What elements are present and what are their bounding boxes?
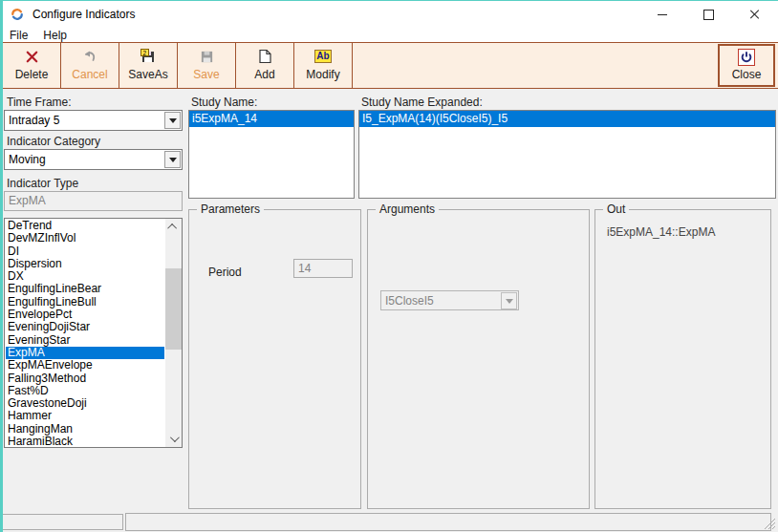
scroll-down-icon[interactable] — [165, 431, 182, 447]
rename-ab-icon: Ab — [314, 48, 332, 65]
undo-arrow-icon — [82, 48, 97, 65]
period-label: Period — [208, 266, 242, 279]
window-top-border — [0, 0, 778, 1]
study-name-list: i5ExpMA_14 — [188, 110, 355, 199]
status-panel-right — [125, 513, 771, 531]
configure-indicators-window: Configure Indicators File Help Delete — [0, 0, 778, 532]
save-as-button[interactable]: 2 SaveAs — [119, 43, 178, 88]
title-bar: Configure Indicators — [0, 0, 778, 29]
list-scrollbar[interactable] — [165, 219, 182, 447]
list-item[interactable]: DevMZInflVol — [6, 232, 164, 245]
close-icon — [749, 9, 761, 20]
list-item[interactable]: EveningStar — [6, 334, 164, 347]
maximize-icon — [703, 10, 714, 20]
save-icon — [200, 48, 214, 65]
scroll-up-icon[interactable] — [165, 219, 182, 235]
period-field[interactable]: 14 — [293, 259, 353, 278]
window-title: Configure Indicators — [32, 8, 135, 21]
maximize-button[interactable] — [685, 0, 731, 29]
list-item[interactable]: Hammer — [6, 410, 164, 422]
close-button[interactable]: Close — [718, 44, 775, 87]
out-value: i5ExpMA_14::ExpMA — [607, 225, 715, 239]
chevron-down-icon[interactable] — [164, 151, 181, 168]
list-item[interactable]: EngulfingLineBear — [6, 283, 164, 295]
parameters-group: Parameters — [188, 209, 361, 509]
add-button[interactable]: Add — [236, 43, 294, 88]
list-item[interactable]: HangingMan — [6, 423, 164, 436]
parameters-group-title: Parameters — [197, 202, 264, 216]
resize-grip[interactable] — [764, 518, 776, 530]
indicator-category-select[interactable]: Moving — [4, 149, 183, 170]
chevron-down-icon[interactable] — [501, 292, 517, 309]
menu-file[interactable]: File — [0, 29, 35, 42]
indicator-type-field[interactable]: ExpMA — [4, 191, 183, 211]
study-name-label: Study Name: — [191, 96, 257, 109]
list-item[interactable]: Dispersion — [6, 258, 164, 270]
status-panel-left — [2, 514, 123, 530]
svg-text:2: 2 — [143, 50, 147, 56]
list-item[interactable]: EnvelopePct — [6, 309, 164, 321]
arguments-group-title: Arguments — [376, 202, 439, 216]
delete-button[interactable]: Delete — [3, 43, 61, 88]
toolbar-button-group: Delete Cancel — [2, 43, 353, 88]
cancel-button[interactable]: Cancel — [61, 43, 119, 88]
study-name-expanded-list: I5_ExpMA(14)(I5CloseI5)_I5 — [358, 110, 776, 199]
toolbar: Delete Cancel — [0, 42, 778, 89]
list-item[interactable]: ExpMAEnvelope — [6, 359, 164, 372]
study-name-row-selected[interactable]: i5ExpMA_14 — [189, 111, 354, 127]
arguments-group: Arguments — [367, 209, 590, 509]
time-frame-label: Time Frame: — [7, 96, 72, 109]
new-document-icon — [258, 48, 272, 65]
study-name-expanded-row-selected[interactable]: I5_ExpMA(14)(I5CloseI5)_I5 — [359, 111, 775, 127]
menu-bar: File Help — [0, 29, 778, 42]
list-item[interactable]: HaramiBlack — [6, 436, 164, 446]
minimize-button[interactable] — [639, 0, 685, 29]
list-item[interactable]: GravestoneDoji — [6, 397, 164, 410]
list-item[interactable]: DX — [6, 270, 164, 283]
arguments-select[interactable]: I5CloseI5 — [380, 290, 519, 310]
window-close-button[interactable] — [731, 0, 778, 29]
indicator-category-label: Indicator Category — [7, 135, 100, 148]
minimize-icon — [658, 14, 667, 15]
scrollbar-thumb[interactable] — [165, 268, 182, 350]
menu-help[interactable]: Help — [35, 29, 75, 42]
list-item[interactable]: EveningDojiStar — [6, 321, 164, 333]
out-group-title: Out — [603, 202, 629, 216]
window-left-border — [0, 0, 3, 532]
list-item[interactable]: EngulfingLineBull — [6, 296, 164, 309]
indicator-list-items: DeTrend DevMZInflVol DI Dispersion DX En… — [6, 220, 164, 446]
save-as-icon: 2 — [140, 48, 156, 65]
list-item[interactable]: DI — [6, 245, 164, 258]
app-logo-icon — [10, 7, 25, 22]
time-frame-select[interactable]: Intraday 5 — [4, 110, 183, 131]
study-name-expanded-label: Study Name Expanded: — [361, 96, 483, 109]
save-button[interactable]: Save — [178, 43, 236, 88]
list-item[interactable]: DeTrend — [6, 220, 164, 232]
indicator-type-label: Indicator Type — [7, 177, 78, 190]
out-group: Out — [594, 209, 771, 509]
list-item-selected[interactable]: ExpMA — [6, 347, 164, 359]
indicator-list: DeTrend DevMZInflVol DI Dispersion DX En… — [4, 218, 183, 448]
list-item[interactable]: Fast%D — [6, 385, 164, 397]
delete-x-icon — [25, 48, 39, 65]
list-item[interactable]: Falling3Method — [6, 372, 164, 385]
power-icon — [738, 49, 755, 66]
modify-button[interactable]: Ab Modify — [294, 43, 353, 88]
chevron-down-icon[interactable] — [164, 112, 181, 129]
